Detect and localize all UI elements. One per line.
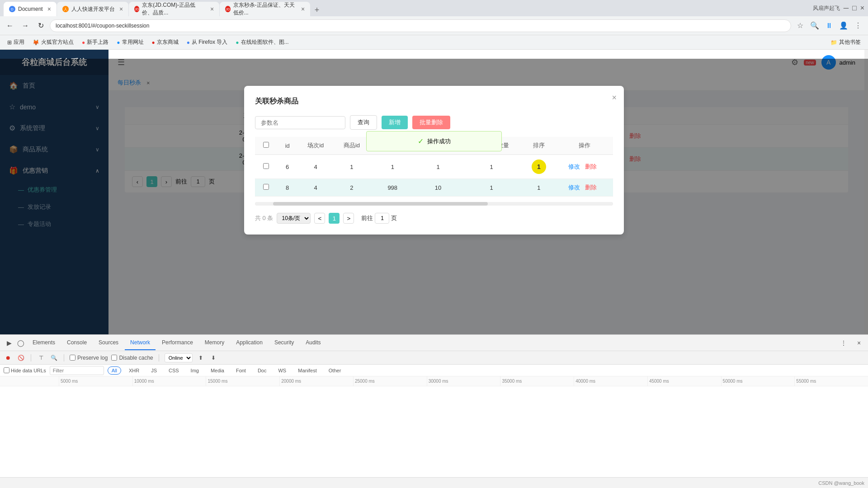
tab-application[interactable]: Application xyxy=(231,336,268,350)
filter-img[interactable]: Img xyxy=(187,366,203,375)
bookmark-firefox[interactable]: 🦊 火狐官方站点 xyxy=(29,37,77,48)
more-btn[interactable]: ⋮ xyxy=(852,19,864,32)
modal-add-button[interactable]: 新增 xyxy=(382,116,408,129)
tab-security[interactable]: Security xyxy=(269,336,299,350)
preserve-log-checkbox[interactable] xyxy=(70,355,75,361)
modal-close-button[interactable]: × xyxy=(612,93,617,103)
tab-rr[interactable]: 人 人人快速开发平台 × xyxy=(57,2,128,16)
tab-close-4[interactable]: × xyxy=(301,5,305,13)
modal-batch-delete-button[interactable]: 批量删除 xyxy=(412,116,450,129)
devtools-device-icon[interactable]: ◯ xyxy=(15,338,26,348)
new-tab-button[interactable]: + xyxy=(311,4,323,16)
modal-total: 共 0 条 xyxy=(255,214,273,222)
upload-icon[interactable]: ⬆ xyxy=(196,353,205,362)
online-select[interactable]: Online xyxy=(165,353,193,362)
row1-session: 4 xyxy=(297,155,334,179)
modal-edit-1[interactable]: 修改 xyxy=(568,163,580,170)
row2-sort: 1 xyxy=(522,179,556,197)
modal-page-size[interactable]: 10条/页 xyxy=(277,213,311,224)
filter-icon[interactable]: ⊤ xyxy=(37,353,46,362)
close-btn[interactable]: × xyxy=(860,4,864,12)
tab-memory[interactable]: Memory xyxy=(199,336,230,350)
tab-audits[interactable]: Audits xyxy=(300,336,326,350)
modal-scrollbar[interactable] xyxy=(255,202,613,206)
row2-checkbox[interactable] xyxy=(263,184,269,190)
bookmark-firefox-import[interactable]: ● 从 Firefox 导入 xyxy=(183,37,231,48)
tab-favicon-2: 人 xyxy=(62,6,69,12)
maximize-btn[interactable]: □ xyxy=(852,4,857,12)
bookmark-newbie[interactable]: ● 新手上路 xyxy=(78,37,112,48)
tab-document[interactable]: D Document × xyxy=(4,2,57,16)
preserve-log-label[interactable]: Preserve log xyxy=(70,355,108,361)
tab-sources[interactable]: Sources xyxy=(93,336,124,350)
disable-cache-label[interactable]: Disable cache xyxy=(111,355,153,361)
bookmark-jd[interactable]: ● 京东商城 xyxy=(148,37,182,48)
modal-next-btn[interactable]: > xyxy=(343,213,354,224)
bookmark-label-cm: 常用网址 xyxy=(122,38,144,46)
bookmark-star[interactable]: ☆ xyxy=(794,19,807,32)
filter-other[interactable]: Other xyxy=(325,366,345,375)
tab-label-1: Document xyxy=(18,6,43,12)
devtools-inspect-icon[interactable]: ▶ xyxy=(4,338,14,348)
devtools-close-icon[interactable]: × xyxy=(854,338,864,348)
bookmark-apps[interactable]: ⊞ 应用 xyxy=(4,37,28,48)
disable-cache-checkbox[interactable] xyxy=(111,355,117,361)
modal-query-button[interactable]: 查询 xyxy=(350,115,377,130)
filter-input[interactable] xyxy=(50,366,104,375)
tab-close-1[interactable]: × xyxy=(47,5,51,13)
bookmark-label-fi: 从 Firefox 导入 xyxy=(192,38,227,46)
tab-performance[interactable]: Performance xyxy=(156,336,198,350)
refresh-button[interactable]: ↻ xyxy=(34,19,47,32)
modal-col-checkbox xyxy=(255,137,277,155)
tab-elements[interactable]: Elements xyxy=(27,336,61,350)
search-icon[interactable]: 🔍 xyxy=(49,353,58,362)
hide-data-urls-label[interactable]: Hide data URLs xyxy=(4,367,46,373)
select-all-checkbox[interactable] xyxy=(263,142,269,148)
bookmark-other[interactable]: 📁 其他书签 xyxy=(827,37,864,48)
filter-ws[interactable]: WS xyxy=(274,366,290,375)
filter-doc[interactable]: Doc xyxy=(254,366,271,375)
filter-manifest[interactable]: Manifest xyxy=(294,366,321,375)
toolbar-sep-3 xyxy=(159,354,159,361)
hide-data-urls-checkbox[interactable] xyxy=(4,367,9,373)
modal-goto-input[interactable] xyxy=(375,213,389,224)
row1-checkbox[interactable] xyxy=(263,163,269,169)
devtools-panel: ▶ ◯ Elements Console Sources Network Per… xyxy=(0,334,868,488)
filter-media[interactable]: Media xyxy=(207,366,228,375)
back-button[interactable]: ← xyxy=(4,19,16,32)
devtools-more-icon[interactable]: ⋮ xyxy=(838,338,849,348)
tab-jd1[interactable]: JD 京东(JD.COM)-正品低价、品质... × xyxy=(129,2,219,16)
tab-console[interactable]: Console xyxy=(61,336,92,350)
bookmark-draw[interactable]: ● 在线绘图软件、图... xyxy=(232,37,292,48)
filter-xhr[interactable]: XHR xyxy=(125,366,143,375)
forward-button[interactable]: → xyxy=(19,19,32,32)
modal-delete-1[interactable]: 删除 xyxy=(585,163,597,170)
tick-2: 10000 ms xyxy=(132,376,206,386)
modal-title: 关联秒杀商品 xyxy=(255,97,613,106)
tab-jd2[interactable]: JD 京东秒杀-正品保证、天天低价... × xyxy=(220,2,310,16)
modal-scrollbar-thumb xyxy=(273,202,488,206)
tab-network[interactable]: Network xyxy=(125,336,156,350)
clear-btn[interactable]: 🚫 xyxy=(16,353,25,362)
devtools-tabs-bar: ▶ ◯ Elements Console Sources Network Per… xyxy=(0,335,868,351)
filter-css[interactable]: CSS xyxy=(165,366,183,375)
modal-edit-2[interactable]: 修改 xyxy=(568,184,580,191)
bookmark-common[interactable]: ● 常用网址 xyxy=(113,37,147,48)
tab-close-2[interactable]: × xyxy=(119,5,123,13)
minimize-btn[interactable]: ─ xyxy=(844,4,849,12)
filter-font[interactable]: Font xyxy=(232,366,250,375)
record-btn[interactable]: ⏺ xyxy=(4,353,13,362)
bookmark-icon-ff: 🦊 xyxy=(33,39,39,46)
profile-btn[interactable]: 👤 xyxy=(837,19,850,32)
modal-prev-btn[interactable]: < xyxy=(314,213,325,224)
modal-delete-2[interactable]: 删除 xyxy=(585,184,597,191)
download-icon[interactable]: ⬇ xyxy=(209,353,218,362)
filter-js[interactable]: JS xyxy=(147,366,161,375)
zoom-btn[interactable]: 🔍 xyxy=(808,19,821,32)
address-bar[interactable]: localhost:8001/#/coupon-seckillsession xyxy=(50,19,791,32)
status-text: CSDN @wang_book xyxy=(818,480,864,486)
filter-all[interactable]: All xyxy=(108,366,121,375)
modal-search-input[interactable] xyxy=(255,116,345,129)
tab-close-3[interactable]: × xyxy=(210,5,214,13)
pause-btn[interactable]: ⏸ xyxy=(823,19,835,32)
